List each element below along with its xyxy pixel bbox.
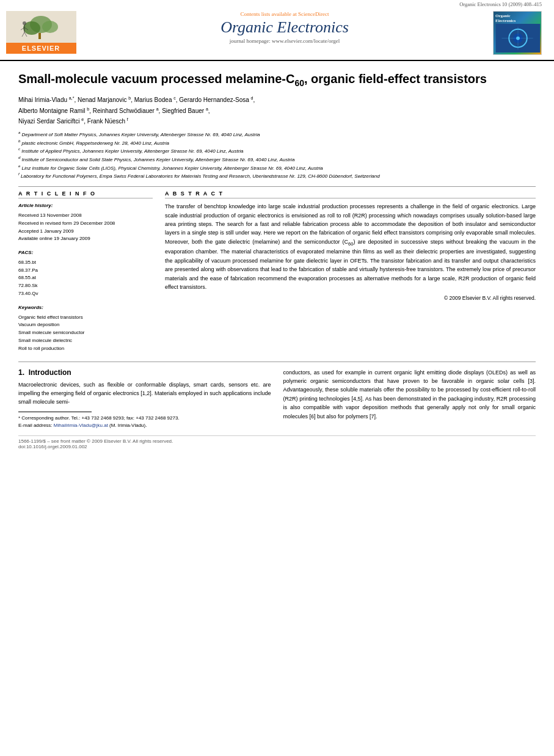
elsevier-logo-area: ELSEVIER xyxy=(6,11,76,54)
affil-e: Linz Institute for Organic Solar Cells (… xyxy=(22,165,323,170)
body-divider xyxy=(18,362,536,362)
title-subscript: 60 xyxy=(294,78,304,88)
affil-c: Institute of Applied Physics, Johannes K… xyxy=(21,148,243,154)
journal-homepage: journal homepage: www.elsevier.com/locat… xyxy=(89,38,481,44)
copyright-line: © 2009 Elsevier B.V. All rights reserved… xyxy=(165,295,536,301)
footer-issn: 1566-1199/$ – see front matter © 2009 El… xyxy=(18,438,173,444)
keyword-5: Roll to roll production xyxy=(18,346,64,351)
title-suffix: , organic field-effect transistors xyxy=(304,72,487,85)
pacs-label: PACS: xyxy=(18,249,153,257)
svg-point-3 xyxy=(42,21,58,33)
pacs-2: 68.37.Pa xyxy=(18,267,38,273)
pacs-3: 68.55.at xyxy=(18,275,36,280)
received-revised: Received in revised form 29 December 200… xyxy=(18,220,115,226)
footnote-divider xyxy=(18,412,92,412)
email-label: E-mail address: xyxy=(18,423,53,428)
pacs-5: 73.40.Qv xyxy=(18,291,38,296)
abstract-col: A B S T R A C T The transfer of benchtop… xyxy=(165,191,536,353)
section1-heading: Introduction xyxy=(29,368,71,377)
contents-text: Contents lists available at xyxy=(241,11,298,17)
footnote-corresponding: * Corresponding author. Tel.: +43 732 24… xyxy=(18,415,271,422)
abstract-text: The transfer of benchtop knowledge into … xyxy=(165,202,536,291)
page-wrapper: Organic Electronics 10 (2009) 408–415 xyxy=(0,0,554,756)
body-left-col: 1. Introduction Macroelectronic devices,… xyxy=(18,368,271,429)
article-history: Article history: Received 13 November 20… xyxy=(18,202,153,243)
cover-title: OrganicElectronics xyxy=(495,13,516,24)
keywords-label: Keywords: xyxy=(18,304,153,312)
available-date: Available online 19 January 2009 xyxy=(18,236,90,241)
affiliations: a Department of Soft Matter Physics, Joh… xyxy=(18,130,536,180)
keyword-2: Vacuum deposition xyxy=(18,322,59,327)
affil-f: Laboratory for Functional Polymers, Empa… xyxy=(21,173,380,179)
footer-doi: doi:10.1016/j.orgel.2009.01.002 xyxy=(18,444,87,449)
pacs-1: 68.35.bt xyxy=(18,260,36,265)
section1-left-text: Macroelectronic devices, such as flexibl… xyxy=(18,380,271,407)
keyword-1: Organic field effect transistors xyxy=(18,314,83,320)
journal-name: Organic Electronics xyxy=(89,18,481,37)
article-info-col: A R T I C L E I N F O Article history: R… xyxy=(18,191,153,353)
abstract-heading: A B S T R A C T xyxy=(165,191,536,198)
keywords-section: Keywords: Organic field effect transisto… xyxy=(18,304,153,353)
citation: Organic Electronics 10 (2009) 408–415 xyxy=(0,0,554,7)
footnote-star: * Corresponding author. Tel.: +43 732 24… xyxy=(18,415,180,421)
accepted-date: Accepted 1 January 2009 xyxy=(18,228,74,234)
journal-title-center: Contents lists available at ScienceDirec… xyxy=(76,11,493,44)
sciencedirect-brand[interactable]: ScienceDirect xyxy=(298,11,329,17)
sciencedirect-line: Contents lists available at ScienceDirec… xyxy=(89,11,481,17)
title-main: Small-molecule vacuum processed melamine… xyxy=(18,72,294,85)
section1-title: 1. Introduction xyxy=(18,368,271,377)
footnote-email-line: E-mail address: MihaiIrimia-Vladu@jku.at… xyxy=(18,422,271,429)
keyword-4: Small molecule dielectric xyxy=(18,338,72,343)
affil-a: Department of Soft Matter Physics, Johan… xyxy=(22,132,260,137)
svg-point-5 xyxy=(23,21,26,25)
journal-cover-image: OrganicElectronics xyxy=(493,11,542,55)
pacs-section: PACS: 68.35.bt 68.37.Pa 68.55.at 72.80.S… xyxy=(18,249,153,298)
keyword-3: Small molecule semiconductor xyxy=(18,330,85,335)
cover-graphic-icon xyxy=(495,24,541,53)
body-right-col: conductors, as used for example in curre… xyxy=(283,368,536,429)
journal-header: Organic Electronics 10 (2009) 408–415 xyxy=(0,0,554,61)
affil-b: plastic electronic GmbH, Rappetsederweg … xyxy=(22,140,169,145)
svg-text:ELSEVIER: ELSEVIER xyxy=(22,45,60,52)
article-divider xyxy=(18,186,536,187)
affil-d: Institute of Semiconductor and Solid Sta… xyxy=(22,157,295,162)
email-link[interactable]: MihaiIrimia-Vladu@jku.at xyxy=(54,423,108,428)
elsevier-logo-icon: ELSEVIER xyxy=(6,11,76,54)
article-info-heading: A R T I C L E I N F O xyxy=(18,191,153,198)
authors-line: Mihai Irimia-Vladu a,*, Nenad Marjanovic… xyxy=(18,95,536,126)
received-date: Received 13 November 2008 xyxy=(18,213,82,218)
section1-right-text: conductors, as used for example in curre… xyxy=(283,368,536,421)
email-suffix: (M. Irimia-Vladu). xyxy=(109,423,147,428)
section1-number: 1. xyxy=(18,368,24,377)
body-section: 1. Introduction Macroelectronic devices,… xyxy=(18,368,536,429)
top-bar: ELSEVIER Contents lists available at Sci… xyxy=(0,7,554,57)
article-title: Small-molecule vacuum processed melamine… xyxy=(18,71,536,89)
pacs-4: 72.80.Sk xyxy=(18,283,38,288)
svg-rect-4 xyxy=(38,33,41,39)
history-label: Article history: xyxy=(18,202,153,210)
footer-bar: 1566-1199/$ – see front matter © 2009 El… xyxy=(18,435,536,449)
article-content: Small-molecule vacuum processed melamine… xyxy=(0,65,554,456)
info-abstract-section: A R T I C L E I N F O Article history: R… xyxy=(18,191,536,353)
